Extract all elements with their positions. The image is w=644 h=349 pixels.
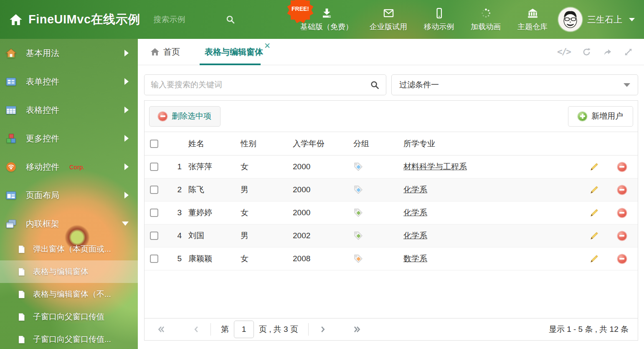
filter-dropdown[interactable]: 过滤条件一 — [391, 74, 638, 95]
edit-icon[interactable] — [590, 162, 599, 171]
col-header-gender[interactable]: 性别 — [236, 138, 288, 149]
tab-actions: </> — [557, 47, 644, 57]
app-home-icon[interactable] — [9, 13, 23, 26]
sidebar-subitem-grid-edit-window-2[interactable]: 表格与编辑窗体（不... — [0, 283, 138, 306]
row-checkbox[interactable] — [150, 209, 158, 217]
filter-dropdown-value: 过滤条件一 — [399, 79, 439, 90]
last-page-icon[interactable] — [353, 325, 361, 334]
tag-icon[interactable] — [353, 162, 363, 172]
delete-row-icon[interactable] — [618, 209, 626, 217]
user-caret-icon — [629, 18, 635, 21]
delete-row-icon[interactable] — [618, 186, 626, 194]
refresh-icon[interactable] — [582, 47, 591, 57]
delete-row-icon[interactable] — [618, 163, 626, 171]
user-menu[interactable]: 三生石上 — [558, 8, 635, 31]
sidebar-item-form-controls[interactable]: 表单控件 — [0, 67, 138, 96]
minus-circle-icon — [158, 112, 167, 121]
grid-toolbar: 删除选中项 新增用户 — [145, 101, 638, 132]
row-checkbox[interactable] — [150, 163, 158, 171]
signal-icon — [5, 161, 17, 173]
table-row: 5 康颖颖 女 2008 数学系 — [145, 247, 638, 270]
sidebar-subitem-popup-window[interactable]: 弹出窗体（本页面或... — [0, 238, 138, 260]
row-checkbox[interactable] — [150, 255, 158, 263]
select-all-checkbox[interactable] — [150, 140, 158, 148]
edit-icon[interactable] — [590, 254, 599, 263]
page-number-input[interactable] — [234, 321, 254, 338]
cubes-icon — [5, 133, 17, 144]
add-user-button[interactable]: 新增用户 — [568, 106, 633, 127]
col-header-year[interactable]: 入学年份 — [288, 138, 348, 149]
sidebar-subitem-child-to-parent[interactable]: 子窗口向父窗口传值 — [0, 306, 138, 328]
sidebar-item-grid-controls[interactable]: 表格控件 — [0, 96, 138, 124]
col-header-group[interactable]: 分组 — [348, 138, 398, 149]
major-link[interactable]: 材料科学与工程系 — [403, 162, 467, 171]
next-page-icon[interactable] — [319, 325, 327, 334]
nav-enterprise-trial[interactable]: 企业版试用 — [370, 8, 407, 32]
home-icon — [150, 47, 160, 56]
delete-selected-button[interactable]: 删除选中项 — [149, 106, 221, 127]
cell-year: 2002 — [288, 231, 348, 240]
row-number: 4 — [163, 231, 183, 240]
share-icon[interactable] — [603, 47, 612, 57]
layout-icon — [5, 190, 17, 201]
col-header-major[interactable]: 所学专业 — [398, 138, 583, 149]
chevron-right-icon — [124, 163, 129, 170]
edit-icon[interactable] — [590, 231, 599, 240]
header-search-input[interactable] — [154, 15, 216, 24]
row-checkbox[interactable] — [150, 232, 158, 240]
file-icon — [17, 290, 26, 299]
header-nav: 基础版（免费） 企业版试用 移动示例 加载动画 主题仓库 — [300, 8, 558, 32]
view-source-icon[interactable]: </> — [557, 47, 570, 57]
sidebar-item-mobile-controls[interactable]: 移动控件 Corp. — [0, 153, 138, 181]
table-row: 1 张萍萍 女 2000 材料科学与工程系 — [145, 155, 638, 178]
header-search-icon[interactable] — [226, 15, 236, 25]
first-page-icon[interactable] — [157, 325, 165, 334]
nav-mobile-demo[interactable]: 移动示例 — [424, 8, 454, 32]
row-checkbox[interactable] — [150, 186, 158, 194]
form-icon — [5, 76, 17, 87]
keyword-search-input[interactable] — [151, 80, 370, 89]
tag-icon[interactable] — [353, 208, 363, 218]
tag-icon[interactable] — [353, 254, 363, 264]
grid-empty-space — [145, 270, 638, 318]
tag-icon[interactable] — [353, 231, 363, 241]
chevron-right-icon — [124, 78, 129, 85]
sidebar-subitem-grid-edit-window[interactable]: 表格与编辑窗体 — [0, 260, 138, 283]
chevron-right-icon — [124, 192, 129, 199]
tab-close-icon[interactable]: ✕ — [264, 42, 271, 50]
cell-gender: 女 — [236, 253, 288, 264]
delete-row-icon[interactable] — [618, 232, 626, 240]
major-link[interactable]: 化学系 — [403, 208, 427, 217]
tab-home[interactable]: 首页 — [150, 46, 180, 58]
nav-loading-anim[interactable]: 加载动画 — [471, 8, 501, 32]
tab-grid-edit-window[interactable]: 表格与编辑窗体 ✕ — [200, 39, 268, 65]
major-link[interactable]: 化学系 — [403, 185, 427, 194]
tag-icon[interactable] — [353, 185, 363, 195]
prev-page-icon[interactable] — [192, 325, 200, 334]
sidebar-item-more-controls[interactable]: 更多控件 — [0, 124, 138, 153]
sidebar-subitem-child-to-parent-2[interactable]: 子窗口向父窗口传值... — [0, 328, 138, 349]
avatar[interactable] — [558, 8, 582, 31]
sidebar-item-basic-usage[interactable]: 基本用法 — [0, 39, 138, 67]
table-header-row: 姓名 性别 入学年份 分组 所学专业 — [145, 132, 638, 155]
free-badge: FREE! — [287, 0, 313, 23]
col-header-name[interactable]: 姓名 — [183, 138, 236, 149]
spinner-icon — [480, 8, 492, 19]
major-link[interactable]: 化学系 — [403, 231, 427, 240]
file-icon — [17, 335, 26, 344]
divider — [210, 323, 211, 336]
nav-theme-repo[interactable]: 主题仓库 — [517, 8, 548, 32]
sidebar-item-iframe[interactable]: 内联框架 — [0, 209, 138, 238]
expand-icon[interactable] — [624, 47, 633, 57]
sidebar-item-page-layout[interactable]: 页面布局 — [0, 181, 138, 209]
cell-name: 张萍萍 — [183, 161, 236, 172]
edit-icon[interactable] — [590, 185, 599, 194]
search-icon[interactable] — [370, 80, 380, 90]
major-link[interactable]: 数学系 — [403, 254, 427, 263]
edit-icon[interactable] — [590, 208, 599, 217]
row-number: 3 — [163, 208, 183, 217]
page-label-prefix: 第 — [221, 324, 229, 335]
file-icon — [17, 267, 26, 276]
keyword-search-box — [144, 74, 386, 95]
delete-row-icon[interactable] — [618, 255, 626, 263]
